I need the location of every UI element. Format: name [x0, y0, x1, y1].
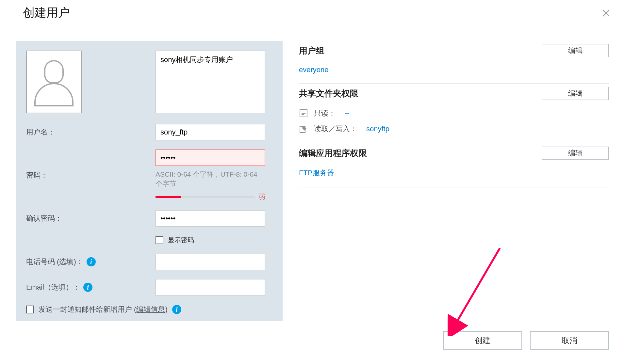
password-label: 密码： [26, 150, 147, 201]
readonly-icon [299, 109, 308, 118]
password-input[interactable] [156, 150, 265, 166]
username-input[interactable] [156, 124, 265, 140]
readonly-label: 只读： [314, 108, 336, 118]
notify-label-prefix: 发送一封通知邮件给新增用户 ( [39, 305, 136, 313]
app-permissions-title: 编辑应用程序权限 [299, 148, 367, 159]
info-icon[interactable]: i [172, 305, 181, 314]
info-icon[interactable]: i [87, 257, 96, 266]
phone-label: 电话号码 (选填)： i [26, 254, 147, 270]
user-groups-title: 用户组 [299, 45, 324, 56]
edit-notify-link[interactable]: 编辑信息 [136, 305, 165, 313]
notify-label-suffix: ) [165, 305, 167, 313]
dialog-footer: 创建 取消 [0, 321, 625, 364]
show-password-checkbox[interactable] [156, 236, 163, 244]
shared-folder-section: 共享文件夹权限 编辑 只读： -- 读取／写入： sonyftp [299, 84, 609, 143]
email-label: Email（选填）： i [26, 279, 147, 295]
description-input[interactable] [156, 51, 265, 113]
password-strength-meter [156, 196, 255, 198]
edit-shared-button[interactable]: 编辑 [542, 87, 609, 100]
info-icon[interactable]: i [83, 283, 92, 292]
app-permissions-section: 编辑应用程序权限 编辑 FTP服务器 [299, 143, 609, 187]
dialog-body: 用户名： 密码： ASCII: 0-64 个字符，UTF-8: 0-64 个字节… [0, 26, 625, 321]
create-button[interactable]: 创建 [443, 331, 522, 350]
create-user-dialog: 创建用户 用户名： 密码： ASCII: 0-64 个字符，UTF-8: 0-6… [0, 0, 625, 364]
permissions-panel: 用户组 编辑 everyone 共享文件夹权限 编辑 只读： -- [299, 41, 609, 321]
user-basic-panel: 用户名： 密码： ASCII: 0-64 个字符，UTF-8: 0-64 个字节… [16, 41, 283, 321]
avatar[interactable] [26, 51, 82, 113]
notify-row[interactable]: 发送一封通知邮件给新增用户 (编辑信息) i [26, 305, 265, 314]
shared-folder-title: 共享文件夹权限 [299, 88, 358, 99]
avatar-placeholder-icon [34, 57, 74, 106]
dialog-title: 创建用户 [23, 5, 70, 21]
email-input[interactable] [156, 279, 265, 295]
cancel-button[interactable]: 取消 [530, 331, 609, 350]
show-password-label: 显示密码 [168, 236, 194, 245]
readonly-value: -- [345, 109, 350, 118]
rw-value-link[interactable]: sonyftp [366, 125, 389, 133]
password-strength-text: 弱 [258, 192, 265, 201]
app-link[interactable]: FTP服务器 [299, 169, 334, 177]
rw-label: 读取／写入： [314, 124, 357, 134]
phone-input[interactable] [156, 254, 265, 270]
group-link[interactable]: everyone [299, 66, 329, 74]
readwrite-icon [299, 124, 308, 134]
edit-apps-button[interactable]: 编辑 [542, 147, 609, 160]
notify-checkbox[interactable] [26, 306, 34, 313]
user-groups-section: 用户组 编辑 everyone [299, 41, 609, 84]
dialog-header: 创建用户 [0, 0, 625, 26]
confirm-password-input[interactable] [156, 210, 265, 227]
show-password-row[interactable]: 显示密码 [156, 236, 265, 245]
confirm-password-label: 确认密码： [26, 210, 147, 227]
edit-groups-button[interactable]: 编辑 [542, 44, 609, 57]
username-label: 用户名： [26, 124, 147, 140]
close-icon[interactable] [600, 7, 612, 19]
password-hint: ASCII: 0-64 个字符，UTF-8: 0-64 个字节 [156, 170, 265, 188]
